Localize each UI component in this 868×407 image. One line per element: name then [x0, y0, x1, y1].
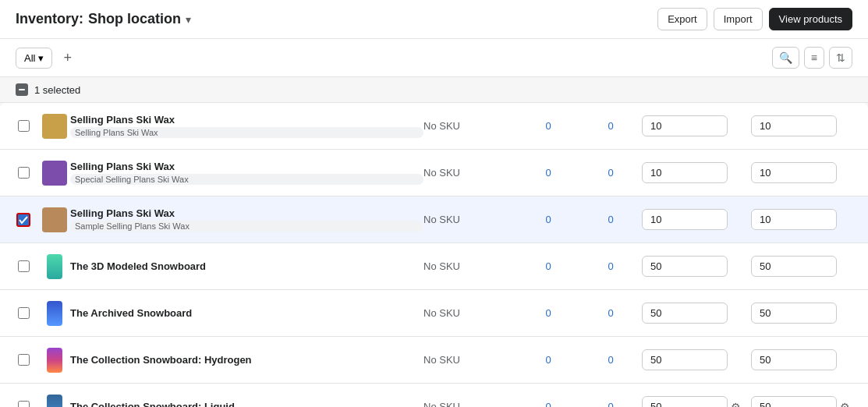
available-cell	[751, 256, 860, 277]
unavailable-qty: 0	[517, 120, 579, 132]
page-header: Inventory: Shop location ▾ Export Import…	[0, 0, 868, 39]
checkbox-cell	[8, 120, 39, 132]
committed-qty: 0	[579, 354, 642, 366]
view-products-button[interactable]: View products	[769, 8, 852, 30]
product-table: Selling Plans Ski Wax Selling Plans Ski …	[0, 103, 868, 407]
adjust-icon[interactable]: ⚙	[731, 401, 741, 408]
product-name: The Archived Snowboard	[70, 307, 423, 319]
checkbox-cell	[8, 401, 39, 407]
on-hand-cell	[642, 349, 751, 370]
on-hand-input[interactable]	[642, 209, 728, 230]
table-row: The Archived Snowboard No SKU 0 0	[0, 290, 868, 337]
on-hand-input[interactable]	[642, 396, 728, 407]
available-input[interactable]	[751, 303, 837, 324]
table-row: The Collection Snowboard: Hydrogen No SK…	[0, 337, 868, 384]
available-input[interactable]	[751, 396, 837, 407]
filter-all-button[interactable]: All ▾	[16, 48, 52, 69]
on-hand-input[interactable]	[642, 349, 728, 370]
available-input[interactable]	[751, 162, 837, 183]
row-checkbox[interactable]	[16, 213, 30, 227]
available-cell: ⚙	[751, 396, 860, 407]
sku-cell: No SKU	[423, 354, 517, 366]
product-thumbnail	[42, 161, 67, 186]
thumbnail-cell	[39, 348, 70, 373]
product-name: Selling Plans Ski Wax	[70, 207, 423, 219]
on-hand-input[interactable]	[642, 303, 728, 324]
page-title: Shop location	[88, 11, 181, 27]
checkbox-cell	[8, 307, 39, 319]
table-row: The 3D Modeled Snowboard No SKU 0 0	[0, 243, 868, 290]
available-input[interactable]	[751, 209, 837, 230]
product-info: Selling Plans Ski Wax Special Selling Pl…	[70, 154, 423, 191]
committed-qty: 0	[579, 214, 642, 225]
on-hand-cell	[642, 209, 751, 230]
sort-button[interactable]: ⇅	[829, 47, 852, 69]
table-row: Selling Plans Ski Wax Selling Plans Ski …	[0, 103, 868, 150]
committed-qty: 0	[579, 307, 642, 319]
product-thumbnail	[47, 348, 62, 373]
row-checkbox[interactable]	[18, 307, 30, 319]
on-hand-cell	[642, 162, 751, 183]
checkbox-cell	[8, 167, 39, 179]
row-checkbox[interactable]	[18, 401, 30, 407]
select-all-checkbox[interactable]	[16, 83, 28, 96]
product-info: The Archived Snowboard	[70, 301, 423, 325]
checkbox-cell	[8, 354, 39, 366]
adjust-icon-2[interactable]: ⚙	[840, 401, 850, 408]
unavailable-qty: 0	[517, 401, 579, 407]
thumbnail-cell	[39, 207, 70, 232]
filter-icon-button[interactable]: ≡	[804, 47, 824, 69]
thumbnail-cell	[39, 114, 70, 139]
page-title-prefix: Inventory:	[16, 11, 83, 27]
product-thumbnail	[47, 301, 62, 326]
available-cell	[751, 115, 860, 136]
row-checkbox[interactable]	[18, 260, 30, 272]
table-row: Selling Plans Ski Wax Sample Selling Pla…	[0, 196, 868, 243]
sku-cell: No SKU	[423, 260, 517, 272]
committed-qty: 0	[579, 167, 642, 179]
on-hand-input[interactable]	[642, 115, 728, 136]
product-variant: Sample Selling Plans Ski Wax	[70, 221, 423, 232]
header-title-area: Inventory: Shop location ▾	[16, 11, 191, 27]
available-cell	[751, 209, 860, 230]
location-dropdown-chevron[interactable]: ▾	[186, 13, 191, 26]
filter-chevron: ▾	[38, 52, 44, 64]
checkbox-cell	[8, 213, 39, 227]
unavailable-qty: 0	[517, 260, 579, 272]
on-hand-cell	[642, 256, 751, 277]
unavailable-qty: 0	[517, 307, 579, 319]
product-name: The Collection Snowboard: Liquid	[70, 401, 423, 407]
add-filter-button[interactable]: +	[58, 48, 76, 68]
row-checkbox[interactable]	[18, 167, 30, 179]
toolbar-right: 🔍 ≡ ⇅	[772, 47, 852, 69]
product-info: Selling Plans Ski Wax Selling Plans Ski …	[70, 108, 423, 144]
unavailable-qty: 0	[517, 214, 579, 225]
sku-cell: No SKU	[423, 401, 517, 407]
available-input[interactable]	[751, 115, 837, 136]
product-thumbnail	[47, 395, 62, 408]
sku-cell: No SKU	[423, 214, 517, 225]
product-variant: Special Selling Plans Ski Wax	[70, 174, 423, 185]
on-hand-input[interactable]	[642, 162, 728, 183]
product-info: Selling Plans Ski Wax Sample Selling Pla…	[70, 201, 423, 238]
import-button[interactable]: Import	[714, 8, 763, 30]
available-input[interactable]	[751, 256, 837, 277]
product-thumbnail	[47, 254, 62, 279]
product-info: The 3D Modeled Snowboard	[70, 254, 423, 278]
row-checkbox[interactable]	[18, 120, 30, 132]
search-button[interactable]: 🔍	[772, 47, 799, 69]
on-hand-cell	[642, 303, 751, 324]
on-hand-input[interactable]	[642, 256, 728, 277]
selection-count: 1 selected	[34, 84, 80, 96]
committed-qty: 0	[579, 120, 642, 132]
product-name: Selling Plans Ski Wax	[70, 114, 423, 126]
filter-label: All	[24, 52, 35, 64]
thumbnail-cell	[39, 395, 70, 408]
row-checkbox[interactable]	[18, 354, 30, 366]
available-cell	[751, 162, 860, 183]
available-input[interactable]	[751, 349, 837, 370]
header-actions: Export Import View products	[657, 8, 852, 30]
export-button[interactable]: Export	[657, 8, 707, 30]
filter-list-icon: ≡	[811, 51, 817, 64]
table-row: The Collection Snowboard: Liquid No SKU …	[0, 384, 868, 407]
